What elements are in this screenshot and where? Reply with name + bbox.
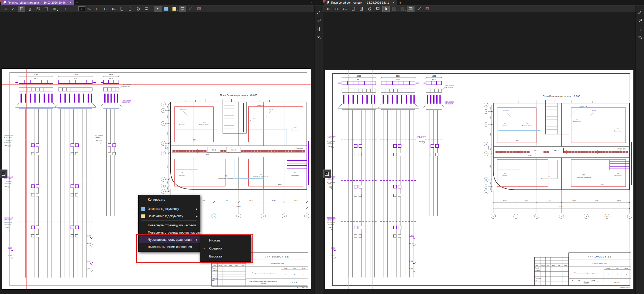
panel-flyout-toggle[interactable] xyxy=(0,170,7,178)
bookmarks-panel-icon[interactable] xyxy=(638,26,642,31)
tab-document-left[interactable]: План сетей вентиляции 16.03.2026 20:46 × xyxy=(1,0,74,5)
note-tool-button[interactable] xyxy=(162,6,170,12)
bookmarks-panel-icon[interactable] xyxy=(316,26,321,31)
project-name: Строительство МКД xyxy=(592,263,607,264)
comments-panel-icon[interactable]: A1 xyxy=(638,18,642,23)
search-panel-icon[interactable] xyxy=(316,35,321,40)
prev-change-button[interactable]: ↑ xyxy=(62,6,69,12)
dropdown-corner-icon xyxy=(404,10,406,11)
svg-text:L=50,0 м³/ч: L=50,0 м³/ч xyxy=(327,137,334,139)
svg-text:L=1500 м³/ч: L=1500 м³/ч xyxy=(122,102,130,103)
measure-line-button[interactable] xyxy=(415,6,423,12)
svg-text:3100: 3100 xyxy=(272,200,276,201)
pointer-tool-button[interactable] xyxy=(154,6,162,12)
menu-item-compare-sensitivity[interactable]: Чувствительность сравнения ▶ xyxy=(139,236,200,243)
print-button[interactable] xyxy=(366,6,373,12)
zoom-in-icon: ⊕ xyxy=(327,7,330,11)
svg-text:0,000: 0,000 xyxy=(331,255,335,256)
fit-height-button[interactable]: ↕ xyxy=(358,6,365,12)
measure-ruler-button[interactable] xyxy=(51,6,58,12)
svg-text:Техническое помещение: Техническое помещение xyxy=(218,177,234,179)
close-tab-icon[interactable]: × xyxy=(393,1,395,4)
presentation-button[interactable] xyxy=(374,6,382,12)
edit-annotations-icon[interactable] xyxy=(638,10,642,14)
zoom-in-button[interactable]: ⊕ xyxy=(325,6,332,12)
menu-item-disable-compare[interactable]: Выключить режим сравнения xyxy=(139,243,200,251)
actual-size-button[interactable]: 1:1 xyxy=(110,6,117,12)
sidebar-left-pane: A1 xyxy=(314,5,323,294)
fit-width-button[interactable]: ↔ xyxy=(349,6,357,12)
measure-line-button[interactable] xyxy=(187,6,194,12)
menu-item-rotate-cw[interactable]: Повернуть страницу по часовой xyxy=(139,222,200,229)
pan-hand-button[interactable] xyxy=(26,6,33,12)
svg-text:Лифтовый холл: Лифтовый холл xyxy=(199,124,209,126)
org-name: АСКОН xyxy=(614,281,620,283)
new-tab-button[interactable]: + xyxy=(74,0,80,5)
riser-label: ВЕ3 xyxy=(432,79,436,81)
fit-height-button[interactable]: ↕ xyxy=(126,6,134,12)
select-region-button[interactable] xyxy=(18,6,25,12)
svg-text:ДК Ø125: ДК Ø125 xyxy=(503,110,509,111)
actual-size-button[interactable]: 1:1 xyxy=(341,6,349,12)
svg-text:+8,500: +8,500 xyxy=(328,186,333,188)
menu-item-copy[interactable]: Копировать xyxy=(139,196,200,203)
tab-document-right[interactable]: План сетей вентиляции 13.03.2026 18:41 × xyxy=(324,0,397,5)
page-number-input[interactable]: 1 xyxy=(78,6,85,11)
tab-overflow-icon[interactable]: ▾ xyxy=(311,1,312,4)
new-tab-button[interactable]: + xyxy=(397,0,404,5)
exhaust-ducts-blue xyxy=(498,130,609,179)
text-tool-button[interactable]: A xyxy=(10,6,17,12)
submenu-item-medium[interactable]: ✓ Средняя xyxy=(200,244,251,252)
level-elevation: +11,500 xyxy=(328,145,334,147)
viewport-right[interactable]: 3260 ВЕ1 3260 ВЕ2 xyxy=(323,12,635,294)
svg-text:1200: 1200 xyxy=(490,107,491,110)
svg-text:3400: 3400 xyxy=(503,200,507,202)
svg-text:4: 4 xyxy=(238,215,239,217)
svg-text:1000: 1000 xyxy=(167,187,168,190)
svg-text:Г: Г xyxy=(486,153,487,155)
menu-item-note[interactable]: Заметка к документу ▶ xyxy=(139,205,200,212)
annotate-edit-button[interactable]: A xyxy=(1,6,9,12)
crop-frame-button[interactable] xyxy=(43,6,50,12)
submenu-item-high[interactable]: Высокая xyxy=(200,252,251,260)
zoom-out-button[interactable]: ⊖ xyxy=(333,6,340,12)
next-change-button[interactable]: ↓ xyxy=(70,6,78,12)
svg-text:Кол.уч: Кол.уч xyxy=(218,265,222,266)
pointer-tool-button[interactable] xyxy=(382,6,390,12)
comments-panel-icon[interactable]: A1 xyxy=(316,18,321,23)
comment-tool-button[interactable] xyxy=(179,6,186,12)
presentation-button[interactable] xyxy=(143,6,150,12)
svg-text:+2,500: +2,500 xyxy=(409,243,414,244)
print-button[interactable] xyxy=(135,6,142,12)
zoom-out-button[interactable]: ⊖ xyxy=(102,6,109,12)
svg-text:4: 4 xyxy=(561,216,562,217)
comment-tool-button[interactable] xyxy=(407,6,414,12)
remark-tool-button[interactable] xyxy=(171,6,178,12)
zoom-in-button[interactable]: ⊕ xyxy=(94,6,101,12)
remark-swatch-icon xyxy=(141,214,145,218)
edit-annotations-icon[interactable] xyxy=(316,10,321,14)
text-tool-glyph: A xyxy=(12,7,14,11)
compare-region-button[interactable] xyxy=(423,6,431,12)
panel-flyout-toggle[interactable] xyxy=(323,170,331,178)
document-page-left[interactable]: 3260 ВЕ1 3260 ВЕ2 xyxy=(2,69,311,289)
close-tab-icon[interactable]: × xyxy=(70,1,71,4)
compare-region-button[interactable] xyxy=(195,6,203,12)
menu-item-rotate-ccw[interactable]: Повернуть страницу против часовой xyxy=(139,229,200,236)
svg-text:№док: №док xyxy=(229,265,232,266)
drawing-page-canvas: 3260 ВЕ1 3260 ВЕ2 xyxy=(325,70,633,289)
corner-flag-icon xyxy=(0,0,3,3)
document-page-right[interactable]: 3260 ВЕ1 3260 ВЕ2 xyxy=(325,70,633,289)
riser-label: ВЕ1 xyxy=(357,79,360,81)
submenu-arrow-icon: ▶ xyxy=(196,215,198,217)
svg-text:3600: 3600 xyxy=(167,132,168,135)
search-panel-icon[interactable] xyxy=(638,35,642,40)
sheet-title: План сетей Вентиляции на отм. 0,000 Разв… xyxy=(572,280,600,282)
fit-width-button[interactable]: ↔ xyxy=(118,6,126,12)
document-icon xyxy=(326,1,329,4)
menu-item-remark[interactable]: Замечание к документу ▶ xyxy=(139,212,200,220)
page-layout-button[interactable] xyxy=(34,6,42,12)
submenu-item-low[interactable]: Низкая xyxy=(200,236,251,244)
svg-text:Б: Б xyxy=(486,186,487,188)
svg-text:Стадия: Стадия xyxy=(284,268,287,269)
